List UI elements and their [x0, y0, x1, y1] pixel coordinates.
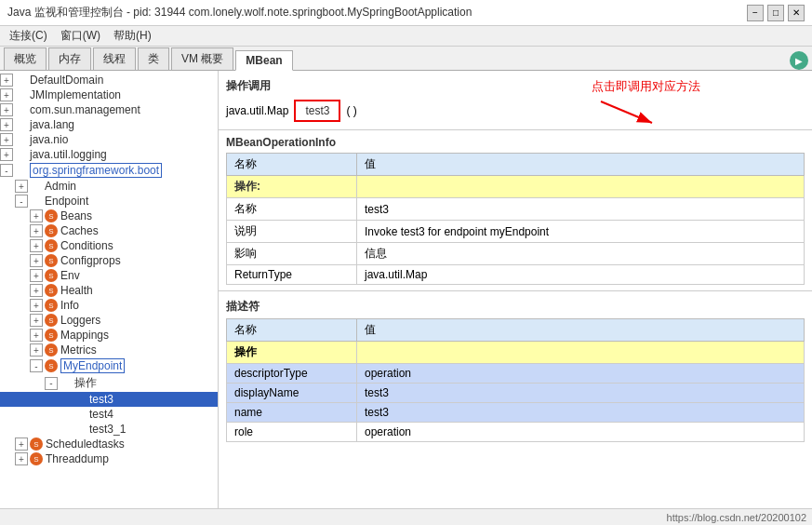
tree-node-n20[interactable]: -SMyEndpoint: [0, 357, 218, 374]
tree-node-n26[interactable]: +SThreaddump: [0, 451, 218, 466]
tree-label-n6: java.util.logging: [30, 148, 107, 161]
invoke-button[interactable]: test3: [294, 100, 340, 122]
tree-toggle-n13[interactable]: +: [30, 254, 43, 267]
tree-toggle-n4[interactable]: +: [0, 118, 13, 131]
table-cell: test3: [357, 198, 805, 221]
tree-toggle-n20[interactable]: -: [30, 359, 43, 372]
tab-mbean[interactable]: MBean: [235, 50, 292, 71]
tree-node-n19[interactable]: +SMetrics: [0, 343, 218, 357]
table-row: 影响信息: [227, 243, 805, 265]
tree-toggle-n17[interactable]: +: [30, 314, 43, 327]
maximize-button[interactable]: □: [767, 5, 784, 21]
tree-label-n21: 操作: [74, 375, 97, 391]
tree-icon-n18: S: [45, 329, 58, 342]
sidebar: +DefaultDomain+JMImplementation+com.sun.…: [0, 71, 219, 525]
tree-label-n1: DefaultDomain: [30, 74, 103, 87]
desc-col1-header: 名称: [227, 319, 357, 342]
tree-label-n23: test4: [89, 408, 113, 421]
tree-label-n3: com.sun.management: [30, 103, 140, 116]
mbean-col2-header: 值: [357, 154, 805, 176]
tree-label-n19: Metrics: [60, 343, 97, 357]
menu-window[interactable]: 窗口(W): [55, 26, 106, 46]
table-cell: [357, 342, 805, 364]
tree-toggle-n15[interactable]: +: [30, 284, 43, 297]
tree-node-n6[interactable]: +java.util.logging: [0, 147, 218, 162]
menu-connect[interactable]: 连接(C): [4, 26, 53, 46]
tree-node-n4[interactable]: +java.lang: [0, 117, 218, 132]
tree-node-n15[interactable]: +SHealth: [0, 283, 218, 298]
tree-toggle-n18[interactable]: +: [30, 329, 43, 342]
tree-node-n11[interactable]: +SCaches: [0, 223, 218, 238]
tree-toggle-n21[interactable]: -: [45, 377, 58, 390]
table-cell: 信息: [357, 243, 805, 265]
tree-toggle-n6[interactable]: +: [0, 148, 13, 161]
table-row: ReturnTypejava.util.Map: [227, 265, 805, 285]
tree-node-n21[interactable]: -操作: [0, 374, 218, 392]
tree-node-n23[interactable]: test4: [0, 407, 218, 422]
tree-toggle-n25[interactable]: +: [15, 438, 28, 451]
tree-label-n20: MyEndpoint: [60, 358, 125, 373]
tree-node-n18[interactable]: +SMappings: [0, 328, 218, 343]
tree-icon-n11: S: [45, 224, 58, 237]
tree-toggle-n14[interactable]: +: [30, 269, 43, 282]
close-button[interactable]: ✕: [788, 5, 805, 21]
tab-classes[interactable]: 类: [138, 47, 169, 70]
table-cell: 操作:: [227, 176, 357, 198]
table-cell: 说明: [227, 221, 357, 243]
paren-label: ( ): [346, 104, 356, 117]
tree-label-n15: Health: [60, 284, 93, 297]
tree-node-n22[interactable]: test3: [0, 392, 218, 407]
tree-toggle-n10[interactable]: +: [30, 209, 43, 222]
tree-toggle-n2[interactable]: +: [0, 88, 13, 101]
tree-node-n16[interactable]: +SInfo: [0, 298, 218, 313]
tree-icon-n19: S: [45, 343, 58, 357]
tree-node-n14[interactable]: +SEnv: [0, 268, 218, 283]
tree-toggle-n7[interactable]: -: [0, 164, 13, 177]
tree-node-n3[interactable]: +com.sun.management: [0, 102, 218, 117]
tree-toggle-n5[interactable]: +: [0, 133, 13, 146]
tree-label-n16: Info: [60, 299, 79, 312]
tree-toggle-n16[interactable]: +: [30, 299, 43, 312]
tree-toggle-n12[interactable]: +: [30, 239, 43, 252]
minimize-button[interactable]: −: [747, 5, 764, 21]
tree-icon-n17: S: [45, 314, 58, 327]
tree-node-n25[interactable]: +SScheduledtasks: [0, 437, 218, 451]
tree-icon-n25: S: [30, 438, 43, 451]
window-controls: − □ ✕: [747, 5, 805, 21]
right-icon: ▶: [790, 51, 808, 70]
tree-toggle-n3[interactable]: +: [0, 103, 13, 116]
tab-vm[interactable]: VM 概要: [171, 47, 233, 70]
tree-toggle-n8[interactable]: +: [15, 180, 28, 193]
tree-node-n24[interactable]: test3_1: [0, 422, 218, 437]
tree-node-n1[interactable]: +DefaultDomain: [0, 73, 218, 88]
mbean-section-title: MBeanOperationInfo: [226, 136, 805, 149]
tree-label-n10: Beans: [60, 209, 92, 222]
tab-overview[interactable]: 概览: [4, 47, 47, 70]
tree-toggle-n11[interactable]: +: [30, 224, 43, 237]
menu-help[interactable]: 帮助(H): [108, 26, 157, 46]
status-url: https://blog.csdn.net/20200102: [667, 512, 806, 523]
tree-toggle-n1[interactable]: +: [0, 74, 13, 87]
svg-line-1: [601, 101, 652, 123]
tree-node-n12[interactable]: +SConditions: [0, 238, 218, 253]
tab-memory[interactable]: 内存: [48, 47, 91, 70]
table-cell: 影响: [227, 243, 357, 265]
menu-bar: 连接(C) 窗口(W) 帮助(H): [0, 26, 812, 47]
tree-toggle-n26[interactable]: +: [15, 452, 28, 465]
tree-toggle-n19[interactable]: +: [30, 343, 43, 357]
tree-node-n5[interactable]: +java.nio: [0, 132, 218, 147]
tree-node-n17[interactable]: +SLoggers: [0, 313, 218, 328]
table-row: nametest3: [227, 403, 805, 423]
tree-label-n4: java.lang: [30, 118, 74, 131]
tree-toggle-n9[interactable]: -: [15, 195, 28, 208]
tree-node-n9[interactable]: -Endpoint: [0, 194, 218, 209]
tab-threads[interactable]: 线程: [93, 47, 136, 70]
tree-node-n13[interactable]: +SConfigprops: [0, 253, 218, 268]
table-row: 操作: [227, 342, 805, 364]
main-layout: +DefaultDomain+JMImplementation+com.sun.…: [0, 71, 812, 525]
tree-node-n2[interactable]: +JMImplementation: [0, 88, 218, 102]
tree-node-n7[interactable]: -org.springframework.boot: [0, 162, 218, 179]
tree-node-n10[interactable]: +SBeans: [0, 209, 218, 223]
tree-node-n8[interactable]: +Admin: [0, 179, 218, 194]
tree-label-n14: Env: [60, 269, 80, 282]
